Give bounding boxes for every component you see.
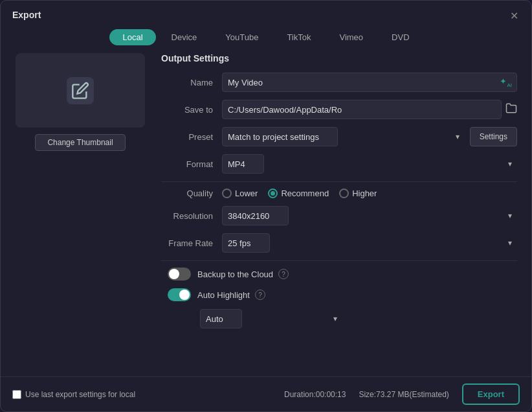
format-select-wrap: MP4 — [222, 154, 517, 174]
backup-label: Backup to the Cloud — [197, 269, 273, 279]
tab-bar: Local Device YouTube TikTok Vimeo DVD — [1, 27, 531, 53]
frame-rate-label: Frame Rate — [161, 238, 213, 248]
quality-lower[interactable]: Lower — [222, 189, 258, 198]
quality-recommend-radio[interactable] — [268, 189, 278, 198]
name-label: Name — [161, 78, 213, 87]
tab-dvd[interactable]: DVD — [379, 29, 422, 45]
format-select[interactable]: MP4 — [222, 154, 264, 174]
preset-select-wrap: Match to project settings — [222, 127, 465, 146]
frame-rate-row: Frame Rate 25 fps — [161, 233, 517, 253]
duration-info: Duration:00:00:13 — [284, 390, 346, 399]
preset-controls: Match to project settings Settings — [222, 127, 517, 146]
close-button[interactable]: ✕ — [507, 8, 521, 23]
preset-label: Preset — [161, 132, 213, 142]
resolution-select-wrap: 3840x2160 — [222, 206, 517, 225]
change-thumbnail-button[interactable]: Change Thumbnail — [35, 134, 125, 151]
title-bar: Export ✕ — [1, 1, 531, 27]
divider-2 — [161, 260, 517, 261]
window-title: Export — [12, 10, 41, 20]
export-button[interactable]: Export — [462, 383, 520, 405]
name-row: Name ✦AI — [161, 73, 517, 92]
preset-row: Preset Match to project settings Setting… — [161, 127, 517, 146]
quality-row: Quality Lower Recommend Higher — [161, 189, 517, 198]
last-export-check[interactable]: Use last export settings for local — [12, 390, 135, 399]
quality-higher[interactable]: Higher — [339, 189, 377, 198]
resolution-row: Resolution 3840x2160 — [161, 206, 517, 225]
footer-info: Duration:00:00:13 Size:73.27 MB(Estimate… — [142, 383, 520, 405]
save-to-label: Save to — [161, 105, 213, 115]
frame-rate-select[interactable]: 25 fps — [222, 233, 270, 253]
ai-icon[interactable]: ✦AI — [500, 76, 512, 88]
auto-row: Auto — [200, 309, 517, 328]
auto-select[interactable]: Auto — [200, 309, 242, 328]
divider-1 — [161, 181, 517, 182]
backup-toggle[interactable] — [168, 268, 191, 280]
folder-icon[interactable] — [505, 102, 517, 117]
preset-select[interactable]: Match to project settings — [222, 127, 338, 146]
quality-radio-group: Lower Recommend Higher — [222, 189, 377, 198]
save-to-row: Save to C:/Users/Dawood/AppData/Ro — [161, 100, 517, 119]
tab-tiktok[interactable]: TikTok — [274, 29, 324, 45]
quality-label: Quality — [161, 189, 213, 198]
thumbnail-icon — [67, 77, 94, 104]
backup-row: Backup to the Cloud ? — [161, 268, 517, 280]
left-panel: Change Thumbnail — [12, 53, 148, 376]
last-export-label: Use last export settings for local — [25, 390, 135, 399]
output-settings-title: Output Settings — [161, 53, 517, 63]
last-export-checkbox[interactable] — [12, 390, 21, 399]
auto-select-wrap: Auto — [200, 309, 342, 328]
auto-highlight-toggle[interactable] — [168, 288, 191, 301]
quality-higher-radio[interactable] — [339, 189, 349, 198]
format-label: Format — [161, 159, 213, 169]
format-row: Format MP4 — [161, 154, 517, 174]
main-content: Change Thumbnail Output Settings Name ✦A… — [1, 53, 531, 376]
footer: Use last export settings for local Durat… — [1, 376, 531, 411]
name-input[interactable] — [222, 73, 517, 92]
name-input-wrap: ✦AI — [222, 73, 517, 92]
thumbnail-preview — [16, 53, 145, 128]
resolution-select[interactable]: 3840x2160 — [222, 206, 289, 225]
quality-lower-radio[interactable] — [222, 189, 232, 198]
right-panel: Output Settings Name ✦AI Save to C:/User… — [161, 53, 520, 376]
tab-youtube[interactable]: YouTube — [212, 29, 271, 45]
save-to-path: C:/Users/Dawood/AppData/Ro — [222, 100, 502, 119]
resolution-label: Resolution — [161, 211, 213, 221]
tab-device[interactable]: Device — [159, 29, 210, 45]
tab-vimeo[interactable]: Vimeo — [326, 29, 376, 45]
backup-help-icon[interactable]: ? — [278, 269, 289, 279]
export-window: Export ✕ Local Device YouTube TikTok Vim… — [0, 0, 532, 412]
quality-recommend[interactable]: Recommend — [268, 189, 329, 198]
save-to-path-wrap: C:/Users/Dawood/AppData/Ro — [222, 100, 517, 119]
size-info: Size:73.27 MB(Estimated) — [359, 390, 449, 399]
auto-highlight-row: Auto Highlight ? — [161, 288, 517, 301]
settings-button[interactable]: Settings — [470, 127, 517, 146]
auto-highlight-label: Auto Highlight — [197, 290, 250, 300]
tab-local[interactable]: Local — [109, 29, 155, 45]
auto-highlight-help-icon[interactable]: ? — [255, 290, 265, 300]
frame-rate-select-wrap: 25 fps — [222, 233, 517, 253]
